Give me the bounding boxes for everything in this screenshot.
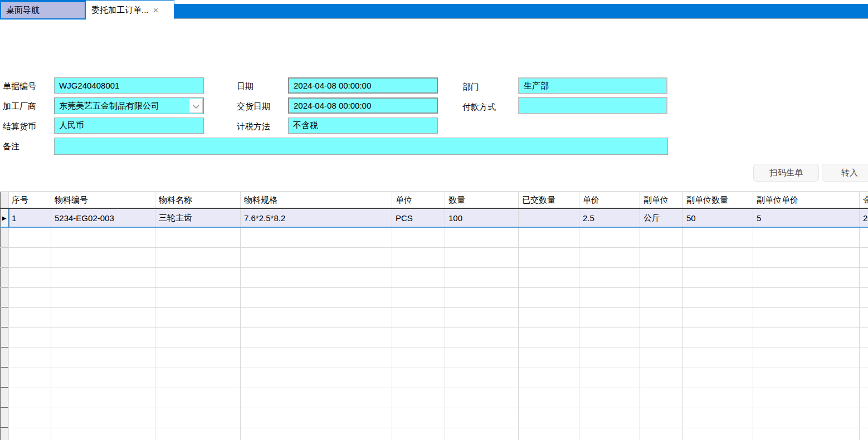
- grid-cell[interactable]: [241, 368, 392, 388]
- grid-cell[interactable]: [753, 428, 860, 440]
- grid-cell[interactable]: [241, 228, 392, 247]
- grid-cell[interactable]: [519, 348, 579, 368]
- close-icon[interactable]: ×: [153, 6, 159, 15]
- grid-cell[interactable]: [683, 428, 753, 440]
- table-row[interactable]: ▶ 1 5234-EG02-003 三轮主齿 7.6*2.5*8.2 PCS 1…: [0, 209, 868, 228]
- cell-delivered-qty[interactable]: [519, 209, 579, 227]
- grid-cell[interactable]: [640, 268, 683, 287]
- row-marker-cell[interactable]: ▶: [0, 209, 8, 227]
- grid-cell[interactable]: [753, 228, 860, 247]
- grid-cell[interactable]: [392, 328, 445, 348]
- grid-cell[interactable]: [860, 388, 868, 408]
- grid-cell[interactable]: [8, 228, 51, 247]
- grid-cell[interactable]: [155, 348, 241, 368]
- grid-cell[interactable]: [51, 428, 155, 440]
- grid-cell[interactable]: [519, 368, 579, 388]
- grid-cell[interactable]: [241, 328, 392, 348]
- cell-unit-price[interactable]: 2.5: [579, 209, 640, 227]
- grid-cell[interactable]: [753, 408, 860, 428]
- grid-cell[interactable]: [8, 388, 51, 408]
- grid-cell[interactable]: [241, 348, 392, 368]
- grid-cell[interactable]: [155, 268, 241, 287]
- grid-cell[interactable]: [640, 348, 683, 368]
- cell-material-no[interactable]: 5234-EG02-003: [51, 209, 155, 227]
- grid-cell[interactable]: [241, 268, 392, 287]
- tax-method-field[interactable]: 不含税: [288, 118, 438, 134]
- grid-cell[interactable]: [579, 388, 640, 408]
- grid-cell[interactable]: [519, 308, 579, 327]
- grid-cell[interactable]: [860, 408, 868, 428]
- grid-cell[interactable]: [392, 428, 445, 440]
- grid-cell[interactable]: [392, 368, 445, 388]
- grid-cell[interactable]: [640, 368, 683, 388]
- cell-spec[interactable]: 7.6*2.5*8.2: [241, 209, 392, 227]
- grid-cell[interactable]: [51, 408, 155, 428]
- grid-cell[interactable]: [392, 228, 445, 247]
- grid-cell[interactable]: [241, 388, 392, 408]
- grid-cell[interactable]: [753, 308, 860, 327]
- grid-cell[interactable]: [445, 288, 519, 307]
- grid-cell[interactable]: [860, 348, 868, 368]
- grid-cell[interactable]: [8, 368, 51, 388]
- grid-cell[interactable]: [519, 428, 579, 440]
- grid-cell[interactable]: [519, 288, 579, 307]
- grid-cell[interactable]: [8, 428, 51, 440]
- grid-cell[interactable]: [241, 248, 392, 267]
- grid-cell[interactable]: [519, 328, 579, 348]
- grid-cell[interactable]: [241, 288, 392, 307]
- grid-cell[interactable]: [51, 228, 155, 247]
- grid-cell[interactable]: [445, 268, 519, 287]
- grid-cell[interactable]: [445, 408, 519, 428]
- grid-cell[interactable]: [445, 348, 519, 368]
- grid-cell[interactable]: [8, 268, 51, 287]
- grid-cell[interactable]: [392, 288, 445, 307]
- grid-cell[interactable]: [579, 308, 640, 327]
- grid-cell[interactable]: [51, 348, 155, 368]
- grid-cell[interactable]: [860, 228, 868, 247]
- grid-cell[interactable]: [579, 408, 640, 428]
- grid-cell[interactable]: [51, 388, 155, 408]
- vendor-dropdown-button[interactable]: [189, 99, 203, 113]
- grid-cell[interactable]: [519, 408, 579, 428]
- grid-cell[interactable]: [579, 328, 640, 348]
- grid-cell[interactable]: [445, 328, 519, 348]
- grid-cell[interactable]: [392, 348, 445, 368]
- grid-cell[interactable]: [753, 348, 860, 368]
- grid-cell[interactable]: [155, 368, 241, 388]
- grid-cell[interactable]: [8, 288, 51, 307]
- grid-cell[interactable]: [640, 248, 683, 267]
- grid-cell[interactable]: [155, 428, 241, 440]
- grid-cell[interactable]: [753, 368, 860, 388]
- grid-cell[interactable]: [241, 308, 392, 327]
- grid-cell[interactable]: [683, 368, 753, 388]
- payment-method-field[interactable]: [518, 97, 667, 114]
- grid-cell[interactable]: [640, 428, 683, 440]
- grid-cell[interactable]: [753, 328, 860, 348]
- grid-cell[interactable]: [155, 308, 241, 327]
- grid-cell[interactable]: [579, 348, 640, 368]
- grid-cell[interactable]: [640, 308, 683, 327]
- grid-cell[interactable]: [51, 308, 155, 327]
- department-field[interactable]: 生产部: [518, 77, 667, 94]
- grid-cell[interactable]: [8, 328, 51, 348]
- grid-cell[interactable]: [8, 408, 51, 428]
- grid-cell[interactable]: [51, 268, 155, 287]
- grid-cell[interactable]: [683, 288, 753, 307]
- grid-cell[interactable]: [579, 288, 640, 307]
- grid-cell[interactable]: [753, 268, 860, 287]
- cell-material-name[interactable]: 三轮主齿: [155, 209, 241, 227]
- cell-sub-unit-price[interactable]: 5: [753, 209, 860, 227]
- grid-cell[interactable]: [860, 268, 868, 287]
- grid-cell[interactable]: [392, 388, 445, 408]
- grid-cell[interactable]: [155, 388, 241, 408]
- grid-cell[interactable]: [51, 328, 155, 348]
- grid-cell[interactable]: [753, 288, 860, 307]
- grid-cell[interactable]: [392, 248, 445, 267]
- grid-cell[interactable]: [753, 248, 860, 267]
- scan-create-order-button[interactable]: 扫码生单: [753, 164, 819, 182]
- grid-cell[interactable]: [683, 228, 753, 247]
- grid-cell[interactable]: [683, 388, 753, 408]
- grid-cell[interactable]: [445, 388, 519, 408]
- grid-cell[interactable]: [241, 408, 392, 428]
- grid-cell[interactable]: [392, 408, 445, 428]
